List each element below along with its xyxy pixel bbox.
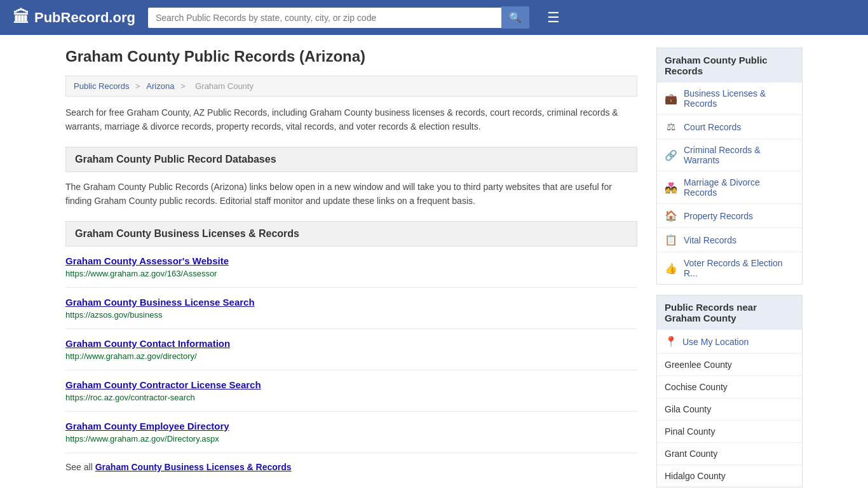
search-input[interactable] [148,8,501,28]
see-all-text: See all [65,462,93,472]
record-title-2[interactable]: Graham County Contact Information [65,338,230,349]
menu-button[interactable]: ☰ [547,10,560,26]
breadcrumb-arizona[interactable]: Arizona [146,81,174,91]
breadcrumb-separator-2: > [180,81,187,91]
search-button[interactable]: 🔍 [501,6,529,29]
content-area: Graham County Public Records (Arizona) P… [65,48,637,488]
nearby-sidebar-box: Public Records near Graham County 📍 Use … [656,295,803,487]
db-section-header: Graham County Public Record Databases [65,147,637,172]
logo-icon: 🏛 [13,8,29,27]
sidebar-record-item-2[interactable]: 🔗 Criminal Records & Warrants [657,139,802,172]
record-entry: Graham County Employee Directory https:/… [65,412,637,453]
nearby-county-3[interactable]: Pinal County [657,421,802,443]
breadcrumb-public-records[interactable]: Public Records [74,81,129,91]
breadcrumb: Public Records > Arizona > Graham County [65,76,637,97]
record-title-3[interactable]: Graham County Contractor License Search [65,379,261,390]
sidebar-record-item-1[interactable]: ⚖ Court Records [657,115,802,139]
breadcrumb-separator-1: > [135,81,142,91]
record-url-4[interactable]: https://www.graham.az.gov/Directory.aspx [65,434,637,444]
see-all-link[interactable]: Graham County Business Licenses & Record… [95,462,292,472]
sidebar-record-label-1: Court Records [684,122,741,132]
record-title-0[interactable]: Graham County Assessor's Website [65,255,229,266]
location-icon: 📍 [665,336,677,348]
sidebar-record-icon-4: 🏠 [665,210,677,222]
logo-text: PubRecord.org [34,10,135,26]
sidebar-record-item-6[interactable]: 👍 Voter Records & Election R... [657,252,802,284]
page-title: Graham County Public Records (Arizona) [65,48,637,65]
nearby-sidebar-header: Public Records near Graham County [657,295,802,330]
record-entry: Graham County Contractor License Search … [65,370,637,412]
sidebar-record-item-4[interactable]: 🏠 Property Records [657,204,802,228]
search-icon: 🔍 [509,12,522,23]
sidebar-record-icon-6: 👍 [665,262,677,274]
record-title-4[interactable]: Graham County Employee Directory [65,421,229,431]
sidebar: Graham County Public Records 💼 Business … [656,48,803,488]
nearby-county-4[interactable]: Grant County [657,443,802,465]
record-url-0[interactable]: https://www.graham.az.gov/163/Assessor [65,269,637,278]
records-list: Graham County Assessor's Website https:/… [65,247,637,453]
nearby-county-0[interactable]: Greenlee County [657,354,802,376]
sidebar-record-label-6: Voter Records & Election R... [684,258,794,278]
main-container: Graham County Public Records (Arizona) P… [53,35,815,488]
breadcrumb-graham-county: Graham County [195,81,254,91]
use-location-label: Use My Location [682,337,749,347]
logo[interactable]: 🏛 PubRecord.org [13,8,135,27]
records-sidebar-header: Graham County Public Records [657,48,802,83]
db-description: The Graham County Public Records (Arizon… [65,180,637,208]
sidebar-record-label-2: Criminal Records & Warrants [684,145,794,165]
sidebar-record-label-5: Vital Records [684,235,736,245]
see-all: See all Graham County Business Licenses … [65,453,637,481]
sidebar-record-icon-1: ⚖ [665,121,677,133]
nearby-county-5[interactable]: Hidalgo County [657,465,802,487]
record-entry: Graham County Contact Information http:/… [65,329,637,370]
nearby-county-label-0: Greenlee County [665,360,732,370]
nearby-county-label-3: Pinal County [665,426,715,437]
sidebar-record-icon-0: 💼 [665,93,677,105]
sidebar-record-label-0: Business Licenses & Records [684,88,794,109]
records-sidebar-box: Graham County Public Records 💼 Business … [656,48,803,285]
nearby-county-2[interactable]: Gila County [657,398,802,421]
business-section-header: Graham County Business Licenses & Record… [65,221,637,247]
use-my-location[interactable]: 📍 Use My Location [657,330,802,354]
record-url-2[interactable]: http://www.graham.az.gov/directory/ [65,351,637,361]
sidebar-records-list: 💼 Business Licenses & Records ⚖ Court Re… [657,83,802,284]
nearby-county-1[interactable]: Cochise County [657,376,802,398]
sidebar-record-label-4: Property Records [684,211,753,221]
intro-text: Search for free Graham County, AZ Public… [65,105,637,134]
search-bar: 🔍 [148,6,529,29]
nearby-county-label-5: Hidalgo County [665,471,726,481]
sidebar-record-item-5[interactable]: 📋 Vital Records [657,228,802,252]
nearby-county-label-2: Gila County [665,404,711,414]
record-entry: Graham County Business License Search ht… [65,288,637,329]
sidebar-record-item-3[interactable]: 💑 Marriage & Divorce Records [657,172,802,204]
sidebar-record-icon-2: 🔗 [665,149,677,161]
menu-icon: ☰ [547,10,560,25]
record-entry: Graham County Assessor's Website https:/… [65,247,637,288]
sidebar-record-icon-5: 📋 [665,234,677,246]
sidebar-record-item-0[interactable]: 💼 Business Licenses & Records [657,83,802,115]
record-url-3[interactable]: https://roc.az.gov/contractor-search [65,393,637,402]
sidebar-record-label-3: Marriage & Divorce Records [684,177,794,198]
record-url-1[interactable]: https://azsos.gov/business [65,310,637,320]
sidebar-record-icon-3: 💑 [665,182,677,194]
record-title-1[interactable]: Graham County Business License Search [65,297,255,308]
nearby-county-label-4: Grant County [665,449,717,459]
header: 🏛 PubRecord.org 🔍 ☰ [0,0,868,35]
nearby-county-label-1: Cochise County [665,382,728,392]
nearby-counties-list: Greenlee CountyCochise CountyGila County… [657,354,802,487]
